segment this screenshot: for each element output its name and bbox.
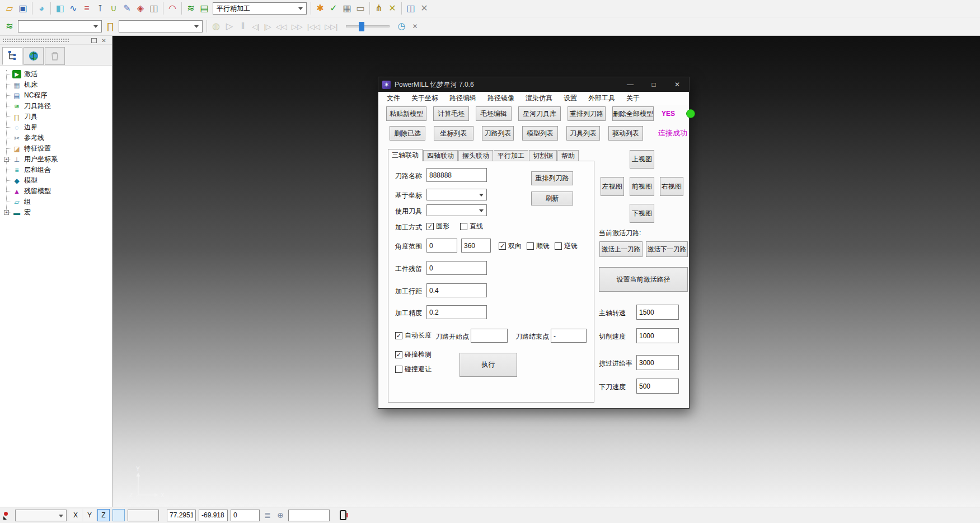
tool-list-button[interactable]: 刀具列表 [566,126,600,141]
delete-all-models-button[interactable]: 删除全部模型 [612,106,654,121]
tree-item[interactable]: ◆模型 [0,175,112,186]
tab-four-axis[interactable]: 四轴联动 [423,150,458,161]
tab-saw[interactable]: 切割锯 [529,150,557,161]
tree-item[interactable]: ▦机床 [0,80,112,90]
toolpath-name-input[interactable] [426,168,487,182]
menu-5[interactable]: 渲染仿真 [520,92,558,105]
collision-check-icon[interactable]: ✱ [313,2,327,15]
toolpath-create-icon[interactable]: ∿ [67,2,80,15]
rewind-icon[interactable]: ◁◁ [274,20,289,33]
angle-from-input[interactable] [426,239,457,253]
explorer-tree-tab[interactable] [2,47,22,65]
execute-button[interactable]: 执行 [459,353,517,377]
coordinate-list-icon[interactable]: ≣ [262,511,273,520]
line-checkbox[interactable]: 直线 [460,222,483,231]
conventional-mill-checkbox[interactable]: 逆铣 [555,241,578,251]
menu-1[interactable]: 文件 [381,92,406,105]
sim-toolbar-close-icon[interactable]: ✕ [409,20,422,33]
pattern-draw-icon[interactable]: ✎ [120,2,134,15]
view-top-button[interactable]: 上视图 [630,150,654,169]
menu-3[interactable]: 路径编辑 [444,92,482,105]
step-forward-icon[interactable]: |▷ [261,20,273,33]
menu-8[interactable]: 关于 [621,92,645,105]
cursor-x-input[interactable] [167,510,196,521]
view-front-button[interactable]: 前视图 [630,177,654,196]
render-shaded-icon[interactable]: ◕ [35,2,48,15]
tab-help[interactable]: 帮助 [557,150,579,161]
active-toolpath-icon[interactable]: ≋ [184,2,198,15]
climb-mill-checkbox[interactable]: 顺铣 [527,241,550,251]
grid-toggle-button[interactable] [112,509,125,521]
maximize-button[interactable]: □ [642,77,665,92]
set-active-path-button[interactable]: 设置当前激活路径 [599,267,688,292]
tolerance-input[interactable] [426,305,487,319]
menu-2[interactable]: 关于坐标 [406,92,444,105]
menu-6[interactable]: 设置 [558,92,583,105]
sim-tool-icon[interactable]: ∏ [104,20,117,33]
start-point-input[interactable] [471,329,508,343]
block-edit-button[interactable]: 毛坯编辑 [476,106,512,121]
menu-4[interactable]: 路径镜像 [482,92,520,105]
tree-item[interactable]: ≋刀具路径 [0,101,112,111]
dialog-titlebar[interactable]: ✶ PowerMILL 忆梦星河 7.0.6 — □ ✕ [378,77,689,92]
fast-forward-icon[interactable]: ▷▷ [289,20,305,33]
compare-models-icon[interactable]: ◫ [404,2,418,15]
clock-icon[interactable]: ◷ [395,20,409,33]
open-file-icon[interactable]: ▱ [3,2,16,15]
bidirectional-checkbox[interactable]: ✓ 双向 [499,241,522,251]
globe-tab[interactable] [24,47,44,65]
go-end-icon[interactable]: ▷▷| [322,20,340,33]
use-tool-dropdown[interactable] [426,204,487,216]
transform-icon[interactable]: ✕ [386,2,399,15]
minimize-button[interactable]: — [618,77,642,92]
stepover-input[interactable] [426,283,487,297]
base-coord-dropdown[interactable] [426,189,487,200]
compute-block-button[interactable]: 计算毛坯 [433,106,469,121]
end-point-input[interactable] [551,329,587,343]
tree-expander-icon[interactable]: + [4,157,9,162]
close-button[interactable]: ✕ [665,77,689,92]
model-list-button[interactable]: 模型列表 [522,126,558,141]
refresh-button[interactable]: 刷新 [531,192,573,206]
tree-item[interactable]: ▲残留模型 [0,186,112,197]
sim-toolpath-icon[interactable]: ≋ [3,20,16,33]
circular-checkbox[interactable]: ✓ 圆形 [426,222,449,231]
cursor-z-input[interactable] [231,510,260,521]
delete-selected-button[interactable]: 删除已选 [390,126,425,141]
view-right-button[interactable]: 右视图 [660,177,683,196]
drive-list-button[interactable]: 驱动列表 [608,126,643,141]
status-measure-input[interactable] [288,510,330,521]
plunge-speed-input[interactable] [636,379,679,394]
measure-icon[interactable]: ▭ [354,2,367,15]
panel-float-icon[interactable] [90,37,97,44]
tool-library-button[interactable]: 星河刀具库 [518,106,561,121]
tool-pair-icon[interactable]: ⋔ [372,2,386,15]
explorer-grip[interactable]: ✕ [0,36,112,45]
tree-item[interactable]: +⊥用户坐标系 [0,154,112,165]
tab-parallel[interactable]: 平行加工 [494,150,528,161]
status-aux-input[interactable] [128,510,159,521]
spindle-speed-input[interactable] [636,305,679,320]
axis-z-button[interactable]: Z [97,509,110,521]
panel-close-icon[interactable]: ✕ [100,37,107,44]
activate-prev-button[interactable]: 激活上一刀路 [599,241,643,257]
collision-check-checkbox[interactable]: ✓ 碰撞检测 [395,350,432,359]
rearrange-toolpath-button[interactable]: 重排列刀路 [531,171,573,185]
save-icon[interactable]: ▣ [16,2,30,15]
block-icon[interactable]: ◧ [53,2,67,15]
tree-item[interactable]: ◪特征设置 [0,143,112,154]
strategy-list-icon[interactable]: ▤ [198,2,211,15]
cursor-y-input[interactable] [199,510,228,521]
auto-length-checkbox[interactable]: ✓ 自动长度 [395,331,432,340]
menu-7[interactable]: 外部工具 [583,92,621,105]
view-left-button[interactable]: 左视图 [601,177,624,196]
connection-device-icon[interactable]: II [340,510,348,520]
view-bottom-button[interactable]: 下视图 [630,204,654,223]
tree-item[interactable]: ∏刀具 [0,111,112,122]
tree-item[interactable]: ▤NC程序 [0,90,112,101]
verify-ok-icon[interactable]: ✓ [327,2,340,15]
sim-speed-slider[interactable] [346,25,390,27]
calculator-icon[interactable]: ▦ [340,2,354,15]
recycle-bin-tab[interactable] [45,47,65,65]
status-marker-icon[interactable] [2,510,12,520]
